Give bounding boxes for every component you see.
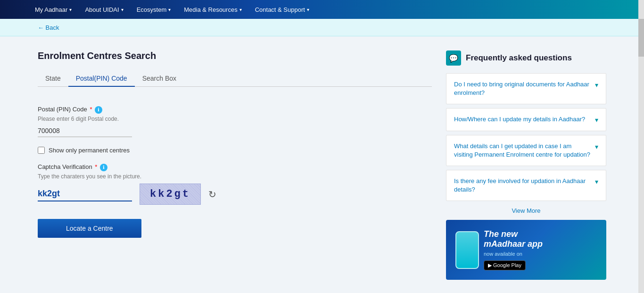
faq-header: 💬 Frequently asked questions xyxy=(446,50,606,66)
locate-centre-button[interactable]: Locate a Centre xyxy=(38,219,141,238)
captcha-section: Captcha Verification * ℹ Type the charat… xyxy=(38,163,432,205)
tab-state[interactable]: State xyxy=(38,71,68,87)
chevron-down-icon: ▾ xyxy=(69,7,72,12)
app-banner: The new mAadhaar app now available on ▶ … xyxy=(446,220,606,280)
info-icon[interactable]: ℹ xyxy=(100,164,107,171)
view-more-section: View More xyxy=(446,207,606,214)
faq-question-3: What details can I get updated in case I… xyxy=(454,142,595,159)
chevron-down-icon: ▾ xyxy=(595,143,598,151)
scrollbar[interactable] xyxy=(638,0,644,293)
left-panel: Enrolment Centres Search State Postal(PI… xyxy=(38,50,432,280)
nav-item-my-aadhaar[interactable]: My Aadhaar ▾ xyxy=(28,6,78,13)
phone-image xyxy=(455,231,479,269)
chevron-down-icon: ▾ xyxy=(307,7,309,12)
captcha-input[interactable] xyxy=(38,187,132,201)
chevron-down-icon: ▾ xyxy=(239,7,242,12)
view-more-link[interactable]: View More xyxy=(512,207,540,214)
faq-item-4[interactable]: Is there any fee involved for updation i… xyxy=(446,170,606,201)
back-bar: ← Back xyxy=(0,19,644,36)
nav-item-about-uidai[interactable]: About UIDAI ▾ xyxy=(78,6,130,13)
tab-postal-pin-code[interactable]: Postal(PIN) Code xyxy=(68,71,135,87)
required-marker: * xyxy=(95,163,97,170)
back-link[interactable]: ← Back xyxy=(38,24,59,31)
faq-title: Frequently asked questions xyxy=(466,53,572,63)
faq-question-1: Do I need to bring original documents fo… xyxy=(454,80,595,97)
page-title: Enrolment Centres Search xyxy=(38,50,432,61)
nav-item-ecosystem[interactable]: Ecosystem ▾ xyxy=(130,6,178,13)
postal-code-input[interactable] xyxy=(38,125,132,137)
permanent-centres-checkbox-row: Show only permanent centres xyxy=(38,147,432,154)
faq-icon: 💬 xyxy=(446,50,461,66)
captcha-label: Captcha Verification * ℹ xyxy=(38,163,432,171)
nav-item-media-resources[interactable]: Media & Resources ▾ xyxy=(177,6,248,13)
faq-question-2: How/Where can I update my details in Aad… xyxy=(454,115,595,124)
nav-item-contact-support[interactable]: Contact & Support ▾ xyxy=(248,6,316,13)
scroll-thumb[interactable] xyxy=(638,19,644,57)
captcha-image: kk2gt xyxy=(140,184,201,205)
chevron-down-icon: ▾ xyxy=(595,178,598,185)
required-marker: * xyxy=(90,106,92,113)
permanent-centres-checkbox[interactable] xyxy=(38,147,45,154)
search-form: Postal (PIN) Code * ℹ Please enter 6 dig… xyxy=(38,101,432,243)
app-sub: now available on xyxy=(484,251,543,257)
chevron-down-icon: ▾ xyxy=(595,116,598,124)
refresh-captcha-icon[interactable]: ↻ xyxy=(208,189,216,200)
app-banner-text: The new mAadhaar app now available on ▶ … xyxy=(484,229,543,270)
chevron-down-icon: ▾ xyxy=(121,7,124,12)
tabs-container: State Postal(PIN) Code Search Box xyxy=(38,71,432,87)
chevron-down-icon: ▾ xyxy=(595,81,598,89)
chevron-down-icon: ▾ xyxy=(168,7,171,12)
app-name: The new mAadhaar app xyxy=(484,229,543,249)
faq-item-1[interactable]: Do I need to bring original documents fo… xyxy=(446,73,606,104)
tab-search-box[interactable]: Search Box xyxy=(135,71,184,87)
main-nav: My Aadhaar ▾ About UIDAI ▾ Ecosystem ▾ M… xyxy=(0,0,644,19)
right-panel: 💬 Frequently asked questions Do I need t… xyxy=(446,50,606,280)
postal-hint: Please enter 6 digit Postal code. xyxy=(38,116,432,122)
main-container: Enrolment Centres Search State Postal(PI… xyxy=(0,36,644,293)
faq-item-3[interactable]: What details can I get updated in case I… xyxy=(446,135,606,166)
postal-code-label: Postal (PIN) Code * ℹ xyxy=(38,106,432,114)
captcha-hint: Type the charaters you see in the pictur… xyxy=(38,173,432,180)
faq-item-2[interactable]: How/Where can I update my details in Aad… xyxy=(446,108,606,131)
info-icon[interactable]: ℹ xyxy=(95,106,102,114)
faq-question-4: Is there any fee involved for updation i… xyxy=(454,177,595,194)
google-play-button[interactable]: ▶ Google Play xyxy=(484,260,526,270)
permanent-centres-label[interactable]: Show only permanent centres xyxy=(49,147,130,154)
captcha-row: kk2gt ↻ xyxy=(38,184,432,205)
postal-code-field: Postal (PIN) Code * ℹ Please enter 6 dig… xyxy=(38,106,432,137)
